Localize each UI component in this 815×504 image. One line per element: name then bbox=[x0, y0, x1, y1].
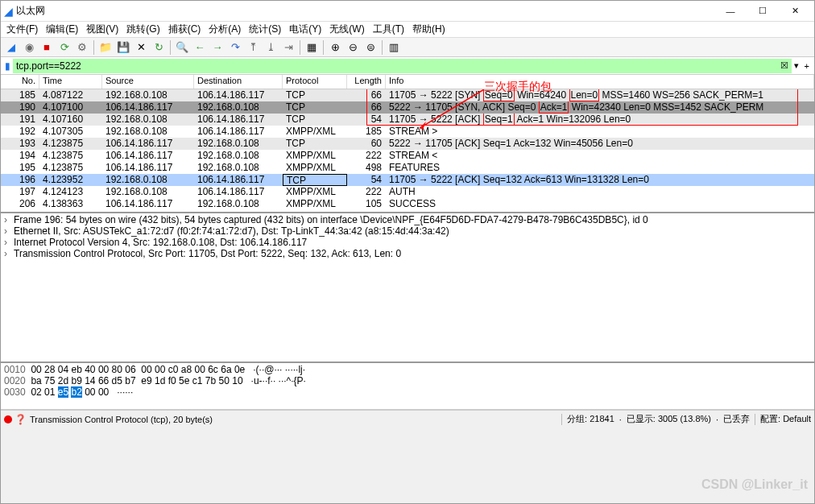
toolbar: ◢ ◉ ■ ⟳ ⚙ 📁 💾 ✕ ↻ 🔍 ← → ↷ ⤒ ⤓ ⇥ ▦ ⊕ ⊖ ⊜ … bbox=[1, 38, 814, 57]
table-row[interactable]: 1914.107160192.168.0.108106.14.186.117TC… bbox=[1, 114, 814, 126]
stop-capture-icon[interactable]: ■ bbox=[39, 39, 55, 56]
start-capture-icon[interactable]: ◉ bbox=[21, 39, 37, 56]
menu-item[interactable]: 电话(Y) bbox=[285, 23, 325, 36]
column-header[interactable]: Length bbox=[347, 75, 386, 89]
resize-cols-icon[interactable]: ▥ bbox=[386, 39, 402, 56]
detail-line[interactable]: ›Internet Protocol Version 4, Src: 192.1… bbox=[1, 237, 814, 248]
filter-bar: ▮ ☒ ▾ + bbox=[1, 57, 814, 75]
column-header[interactable]: Protocol bbox=[283, 75, 347, 89]
status-packets: 分组: 21841 bbox=[567, 413, 614, 425]
autoscroll-icon[interactable]: ⇥ bbox=[280, 39, 296, 56]
status-left: Transmission Control Protocol (tcp), 20 … bbox=[30, 415, 213, 424]
menu-item[interactable]: 文件(F) bbox=[2, 23, 42, 36]
options-icon[interactable]: ⚙ bbox=[74, 39, 90, 56]
column-header[interactable]: Source bbox=[102, 75, 194, 89]
hex-line[interactable]: 0030 02 01 e5 b2 00 00 ······ bbox=[4, 386, 811, 398]
detail-line[interactable]: ›Ethernet II, Src: ASUSTekC_a1:72:d7 (f0… bbox=[1, 225, 814, 237]
table-row[interactable]: 1964.123952192.168.0.108106.14.186.117TC… bbox=[1, 174, 814, 186]
table-row[interactable]: 1974.124123192.168.0.108106.14.186.117XM… bbox=[1, 186, 814, 198]
add-filter-icon[interactable]: + bbox=[801, 61, 813, 71]
expert-info-icon[interactable] bbox=[4, 415, 12, 423]
titlebar: ◢ 以太网 — ☐ ✕ bbox=[1, 1, 814, 22]
menu-item[interactable]: 编辑(E) bbox=[42, 23, 82, 36]
menu-item[interactable]: 捕获(C) bbox=[164, 23, 205, 36]
minimize-button[interactable]: — bbox=[714, 2, 747, 21]
save-icon[interactable]: 💾 bbox=[115, 39, 131, 56]
menu-item[interactable]: 跳转(G) bbox=[122, 23, 163, 36]
status-displayed: 已显示: 3005 (13.8%) bbox=[627, 413, 711, 425]
zoom-in-icon[interactable]: ⊕ bbox=[327, 39, 343, 56]
packet-list[interactable]: No.TimeSourceDestinationProtocolLengthIn… bbox=[1, 75, 814, 213]
zoom-reset-icon[interactable]: ⊜ bbox=[362, 39, 379, 56]
column-header[interactable]: No. bbox=[1, 75, 39, 89]
clear-filter-icon[interactable]: ☒ bbox=[777, 59, 792, 73]
table-row[interactable]: 2064.138363106.14.186.117192.168.0.108XM… bbox=[1, 198, 814, 210]
menu-item[interactable]: 统计(S) bbox=[245, 23, 285, 36]
menu-item[interactable]: 无线(W) bbox=[325, 23, 368, 36]
capture-file-icon[interactable]: ❓ bbox=[14, 414, 27, 425]
close-file-icon[interactable]: ✕ bbox=[133, 39, 149, 56]
detail-line[interactable]: ›Frame 196: 54 bytes on wire (432 bits),… bbox=[1, 214, 814, 225]
menu-item[interactable]: 分析(A) bbox=[205, 23, 245, 36]
next-icon[interactable]: → bbox=[209, 39, 225, 56]
statusbar: ❓ Transmission Control Protocol (tcp), 2… bbox=[1, 410, 814, 428]
menu-item[interactable]: 视图(V) bbox=[82, 23, 122, 36]
column-header[interactable]: Destination bbox=[194, 75, 283, 89]
table-row[interactable]: 1954.123875106.14.186.117192.168.0.108XM… bbox=[1, 162, 814, 174]
open-icon[interactable]: ◢ bbox=[3, 39, 19, 56]
menubar: 文件(F)编辑(E)视图(V)跳转(G)捕获(C)分析(A)统计(S)电话(Y)… bbox=[1, 22, 814, 38]
window-title: 以太网 bbox=[16, 4, 45, 18]
hex-line[interactable]: 0010 00 28 04 eb 40 00 80 06 00 00 c0 a8… bbox=[4, 364, 811, 375]
goto-icon[interactable]: ↷ bbox=[227, 39, 243, 56]
detail-line[interactable]: ›Transmission Control Protocol, Src Port… bbox=[1, 248, 814, 259]
filter-dropdown-icon[interactable]: ▾ bbox=[792, 60, 801, 71]
table-row[interactable]: 1944.123875106.14.186.117192.168.0.108XM… bbox=[1, 150, 814, 162]
first-icon[interactable]: ⤒ bbox=[245, 39, 261, 56]
table-row[interactable]: 1934.123875106.14.186.117192.168.0.108TC… bbox=[1, 138, 814, 150]
zoom-out-icon[interactable]: ⊖ bbox=[345, 39, 361, 56]
reload-icon[interactable]: ↻ bbox=[151, 39, 167, 56]
column-header[interactable]: Time bbox=[39, 75, 102, 89]
close-button[interactable]: ✕ bbox=[779, 2, 811, 21]
hex-line[interactable]: 0020 ba 75 2d b9 14 66 d5 b7 e9 1d f0 5e… bbox=[4, 375, 811, 386]
table-row[interactable]: 1854.087122192.168.0.108106.14.186.117TC… bbox=[1, 89, 814, 101]
prev-icon[interactable]: ← bbox=[192, 39, 208, 56]
restart-capture-icon[interactable]: ⟳ bbox=[56, 39, 72, 56]
menu-item[interactable]: 工具(T) bbox=[369, 23, 408, 36]
packet-details[interactable]: ›Frame 196: 54 bytes on wire (432 bits),… bbox=[1, 213, 814, 363]
app-icon: ◢ bbox=[4, 5, 13, 18]
hex-dump[interactable]: 0010 00 28 04 eb 40 00 80 06 00 00 c0 a8… bbox=[1, 363, 814, 410]
column-header[interactable]: Info bbox=[386, 75, 814, 89]
find-icon[interactable]: 🔍 bbox=[174, 39, 190, 56]
table-row[interactable]: 1924.107305192.168.0.108106.14.186.117XM… bbox=[1, 126, 814, 138]
status-dropped: 已丢弃 bbox=[723, 413, 750, 425]
colorize-icon[interactable]: ▦ bbox=[304, 39, 320, 56]
filter-input[interactable] bbox=[13, 59, 777, 73]
status-profile: 配置: Default bbox=[760, 413, 811, 425]
menu-item[interactable]: 帮助(H) bbox=[408, 23, 449, 36]
maximize-button[interactable]: ☐ bbox=[747, 2, 779, 21]
bookmark-icon[interactable]: ▮ bbox=[2, 60, 13, 72]
table-row[interactable]: 1904.107100106.14.186.117192.168.0.108TC… bbox=[1, 101, 814, 114]
last-icon[interactable]: ⤓ bbox=[263, 39, 279, 56]
open-file-icon[interactable]: 📁 bbox=[97, 39, 114, 56]
watermark: CSDN @Linker_it bbox=[701, 477, 808, 492]
